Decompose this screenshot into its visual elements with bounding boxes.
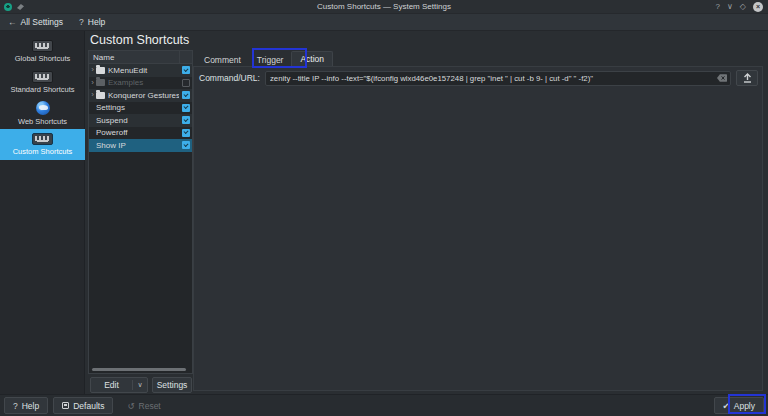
sidebar-item-label: Standard Shortcuts (10, 85, 74, 94)
horizontal-scrollbar[interactable] (92, 368, 186, 371)
shortcut-tree: Name › KMenuEdit › Examples › Konqueror … (88, 50, 193, 374)
tree-row-label: Konqueror Gestures (108, 91, 179, 100)
help-menu-button[interactable]: ? Help (79, 17, 105, 27)
edit-button[interactable]: Edit ∨ (90, 377, 148, 393)
settings-button-label: Settings (157, 380, 188, 390)
apply-button-label: Apply (734, 401, 755, 411)
chevron-down-icon[interactable]: ∨ (133, 381, 147, 389)
apply-button[interactable]: ✔ Apply (714, 397, 764, 414)
tree-rows: › KMenuEdit › Examples › Konqueror Gestu… (89, 64, 192, 373)
expander-icon[interactable]: › (89, 78, 96, 88)
tab-trigger[interactable]: Trigger (249, 53, 292, 66)
pin-icon (17, 3, 24, 10)
all-settings-label: All Settings (21, 17, 64, 27)
edit-button-label: Edit (91, 380, 132, 390)
settings-button[interactable]: Settings (152, 377, 192, 393)
tree-row-kmenuedit[interactable]: › KMenuEdit (89, 64, 192, 77)
sidebar: Global Shortcuts Standard Shortcuts Web … (0, 31, 85, 394)
tree-row-label: Settings (96, 103, 179, 112)
clear-text-icon[interactable] (717, 74, 727, 82)
tab-action[interactable]: Action (291, 51, 333, 66)
window-shade-icon[interactable]: ∨ (727, 2, 733, 12)
help-menu-label: Help (88, 17, 105, 27)
folder-icon (96, 67, 105, 74)
window-close-icon[interactable]: × (753, 2, 763, 12)
footer-bar: ? Help Defaults ↺ Reset ✔ Apply (0, 394, 768, 416)
help-icon: ? (79, 17, 84, 27)
tab-label: Action (300, 54, 324, 64)
tab-label: Trigger (257, 55, 284, 65)
toolbar: ← All Settings ? Help (0, 14, 768, 31)
app-icon (4, 3, 12, 11)
command-url-label: Command/URL: (199, 73, 260, 83)
tree-header-name[interactable]: Name (89, 53, 179, 62)
reset-button-label: Reset (139, 401, 161, 411)
tree-row-label: Show IP (96, 141, 179, 150)
sidebar-item-web-shortcuts[interactable]: Web Shortcuts (0, 98, 85, 129)
sidebar-item-label: Global Shortcuts (15, 54, 70, 63)
reset-icon: ↺ (127, 401, 134, 411)
reset-button: ↺ Reset (118, 397, 169, 414)
checkbox-checked[interactable] (182, 66, 190, 74)
tab-bar: Comment Trigger Action (196, 51, 333, 66)
tree-row-label: Examples (108, 78, 179, 87)
window-maximize-icon[interactable]: ◇ (740, 2, 746, 12)
window-title: Custom Shortcuts — System Settings (120, 2, 648, 11)
title-bar: Custom Shortcuts — System Settings ? ∨ ◇… (0, 0, 768, 14)
expander-icon[interactable]: › (89, 65, 96, 75)
tree-row-poweroff[interactable]: Poweroff (89, 127, 192, 140)
open-file-icon (743, 73, 752, 83)
check-icon: ✔ (723, 401, 730, 411)
defaults-button-label: Defaults (73, 401, 104, 411)
tree-header-checkbox-column (179, 51, 192, 63)
tree-row-show-ip[interactable]: Show IP (89, 139, 192, 152)
help-icon: ? (13, 401, 18, 411)
command-input[interactable] (266, 72, 717, 85)
sidebar-item-custom-shortcuts[interactable]: Custom Shortcuts (0, 129, 85, 160)
command-input-wrap (265, 71, 731, 86)
checkbox-checked[interactable] (182, 116, 190, 124)
window-help-icon[interactable]: ? (716, 2, 720, 12)
action-tab-page: Command/URL: (193, 66, 763, 391)
tree-row-label: KMenuEdit (108, 66, 179, 75)
folder-icon (96, 92, 105, 99)
checkbox-checked[interactable] (182, 141, 190, 149)
checkbox-checked[interactable] (182, 104, 190, 112)
sidebar-item-label: Web Shortcuts (18, 117, 67, 126)
back-arrow-icon: ← (8, 17, 17, 27)
sidebar-item-label: Custom Shortcuts (13, 147, 73, 156)
help-button[interactable]: ? Help (4, 397, 48, 414)
expander-icon[interactable]: › (89, 90, 96, 100)
tab-label: Comment (204, 55, 241, 65)
tab-comment[interactable]: Comment (196, 53, 249, 66)
checkbox-checked[interactable] (182, 91, 190, 99)
sidebar-item-global-shortcuts[interactable]: Global Shortcuts (0, 36, 85, 67)
globe-icon (36, 101, 50, 115)
defaults-button[interactable]: Defaults (53, 397, 113, 414)
tree-row-examples[interactable]: › Examples (89, 77, 192, 90)
keyboard-icon (32, 40, 53, 52)
tree-row-label: Poweroff (96, 128, 179, 137)
tree-header[interactable]: Name (89, 51, 192, 64)
folder-icon (96, 79, 105, 86)
help-button-label: Help (22, 401, 39, 411)
tree-row-konqueror-gestures[interactable]: › Konqueror Gestures (89, 89, 192, 102)
all-settings-button[interactable]: ← All Settings (8, 17, 63, 27)
checkbox-checked[interactable] (182, 129, 190, 137)
page-title: Custom Shortcuts (90, 33, 189, 47)
keyboard-icon (32, 133, 53, 145)
tree-row-label: Suspend (96, 116, 179, 125)
sidebar-item-standard-shortcuts[interactable]: Standard Shortcuts (0, 67, 85, 98)
defaults-icon (62, 402, 69, 409)
tree-row-suspend[interactable]: Suspend (89, 114, 192, 127)
browse-file-button[interactable] (736, 70, 758, 86)
keyboard-icon (32, 71, 53, 83)
tree-row-settings[interactable]: Settings (89, 102, 192, 115)
checkbox-unchecked[interactable] (182, 79, 190, 87)
